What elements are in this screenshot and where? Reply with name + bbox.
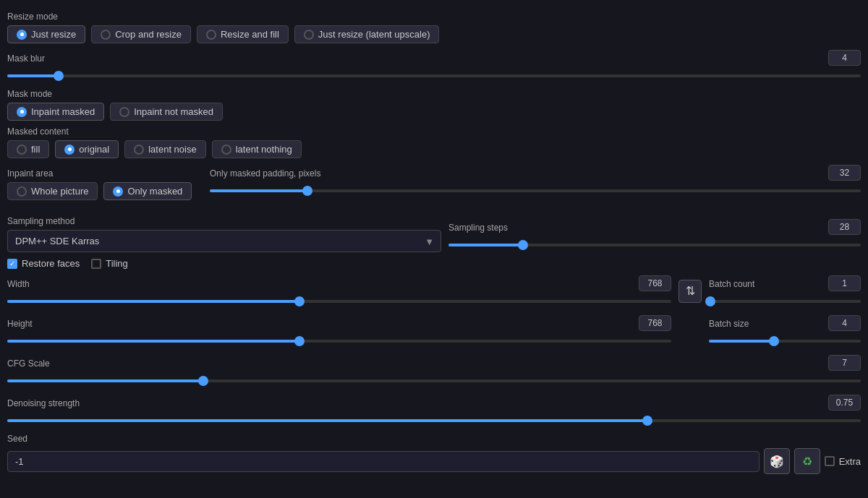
- inpaint-area-section: Inpaint area Whole picture Only masked: [7, 163, 203, 205]
- mask-mode-group: Inpaint masked Inpaint not masked: [7, 103, 861, 121]
- resize-mode-just-resize[interactable]: Just resize: [7, 25, 85, 43]
- seed-input[interactable]: [7, 451, 760, 472]
- only-masked-padding-label: Only masked padding, pixels: [210, 168, 320, 179]
- resize-mode-option-3: Just resize (latent upscale): [318, 29, 430, 40]
- radio-latent-nothing-icon: [221, 145, 231, 155]
- batch-size-label: Batch size: [709, 319, 749, 329]
- width-slider[interactable]: [7, 294, 671, 309]
- masked-content-original[interactable]: original: [55, 140, 119, 158]
- resize-mode-resize-fill[interactable]: Resize and fill: [197, 25, 289, 43]
- masked-content-fill[interactable]: fill: [7, 140, 49, 158]
- resize-mode-crop-resize[interactable]: Crop and resize: [91, 25, 191, 43]
- mask-blur-label: Mask blur: [7, 53, 45, 64]
- inpaint-area-only-masked[interactable]: Only masked: [103, 182, 192, 200]
- batch-count-value[interactable]: 1: [828, 275, 861, 291]
- radio-whole-picture-icon: [17, 186, 27, 197]
- sampling-method-wrapper: DPM++ SDE Karras Euler a Euler ▼: [7, 230, 441, 252]
- masked-content-latent-noise[interactable]: latent noise: [124, 140, 206, 158]
- denoising-strength-value[interactable]: 0.75: [828, 395, 861, 411]
- sampling-method-section: Sampling method DPM++ SDE Karras Euler a…: [7, 210, 441, 252]
- radio-fill-icon: [17, 145, 27, 155]
- inpaint-area-label: Inpaint area: [7, 168, 203, 179]
- sampling-steps-slider[interactable]: [448, 238, 861, 252]
- recycle-button[interactable]: ♻: [794, 448, 820, 474]
- radio-just-resize-icon: [17, 30, 27, 40]
- width-value[interactable]: 768: [639, 275, 671, 291]
- restore-faces-checkbox[interactable]: [7, 259, 17, 269]
- inpaint-area-group: Whole picture Only masked: [7, 182, 203, 200]
- only-masked-padding-value[interactable]: 32: [828, 165, 861, 181]
- resize-mode-option-0: Just resize: [31, 29, 76, 40]
- radio-original-icon: [64, 145, 75, 155]
- width-section: Width 768: [7, 273, 671, 309]
- mask-blur-slider[interactable]: [7, 69, 861, 83]
- cfg-scale-slider[interactable]: [7, 374, 861, 388]
- only-masked-padding-slider[interactable]: [210, 184, 861, 198]
- mask-mode-inpaint-masked[interactable]: Inpaint masked: [7, 103, 104, 121]
- denoising-strength-slider[interactable]: [7, 413, 861, 428]
- height-slider[interactable]: [7, 334, 671, 348]
- height-section: Height 768: [7, 313, 671, 348]
- tiling-item[interactable]: Tiling: [91, 258, 128, 269]
- swap-dimensions-button[interactable]: ⇅: [678, 280, 702, 303]
- only-masked-padding-section: Only masked padding, pixels 32: [210, 163, 861, 198]
- seed-label: Seed: [7, 434, 861, 444]
- radio-latent-noise-icon: [134, 145, 144, 155]
- height-label-val: Height 768: [7, 313, 671, 332]
- inpaint-area-whole-picture[interactable]: Whole picture: [7, 182, 98, 200]
- checkboxes-section: Restore faces Tiling: [7, 258, 861, 269]
- sampling-method-label: Sampling method: [7, 216, 441, 226]
- resize-mode-latent-upscale[interactable]: Just resize (latent upscale): [294, 25, 440, 43]
- width-label-val: Width 768: [7, 273, 671, 293]
- sampling-method-select[interactable]: DPM++ SDE Karras Euler a Euler: [7, 230, 441, 252]
- mask-mode-inpaint-not-masked[interactable]: Inpaint not masked: [110, 103, 223, 121]
- recycle-icon: ♻: [802, 455, 812, 468]
- inpaint-area-option-1: Only masked: [127, 186, 182, 197]
- mask-mode-option-1: Inpaint not masked: [134, 106, 213, 117]
- mask-blur-value[interactable]: 4: [828, 50, 861, 66]
- sampling-steps-section: Sampling steps 28: [448, 217, 861, 252]
- height-value[interactable]: 768: [639, 315, 671, 331]
- masked-content-option-1: original: [79, 144, 109, 155]
- extra-checkbox[interactable]: [825, 456, 835, 466]
- tiling-checkbox[interactable]: [91, 259, 101, 269]
- dice-button[interactable]: 🎲: [764, 448, 790, 474]
- restore-faces-label: Restore faces: [22, 258, 80, 269]
- seed-row: 🎲 ♻ Extra: [7, 448, 861, 474]
- extra-checkbox-item[interactable]: Extra: [825, 456, 861, 467]
- masked-content-option-0: fill: [31, 144, 40, 155]
- swap-icon: ⇅: [686, 284, 695, 298]
- radio-inpaint-not-masked-icon: [119, 107, 129, 117]
- batch-size-slider[interactable]: [709, 334, 861, 348]
- sampling-steps-label: Sampling steps: [448, 223, 508, 233]
- resize-mode-section: Resize mode Just resize Crop and resize …: [7, 12, 861, 43]
- radio-inpaint-masked-icon: [17, 107, 27, 117]
- cfg-scale-section: CFG Scale 7: [7, 353, 861, 388]
- resize-mode-label: Resize mode: [7, 12, 861, 22]
- restore-faces-item[interactable]: Restore faces: [7, 258, 80, 269]
- dice-icon: 🎲: [770, 455, 784, 468]
- padding-label-val: Only masked padding, pixels 32: [210, 163, 861, 182]
- mask-mode-option-0: Inpaint masked: [31, 106, 95, 117]
- masked-content-group: fill original latent noise latent nothin…: [7, 140, 861, 158]
- cfg-scale-value[interactable]: 7: [828, 355, 861, 371]
- mask-blur-row: Mask blur 4: [7, 48, 861, 67]
- batch-size-value[interactable]: 4: [828, 315, 861, 331]
- resize-mode-option-1: Crop and resize: [115, 29, 182, 40]
- denoising-label-val: Denoising strength 0.75: [7, 392, 861, 412]
- height-label: Height: [7, 319, 33, 329]
- batch-count-label: Batch count: [709, 279, 754, 289]
- denoising-strength-section: Denoising strength 0.75: [7, 392, 861, 428]
- masked-content-option-2: latent noise: [148, 144, 197, 155]
- sampling-steps-label-val: Sampling steps 28: [448, 217, 861, 236]
- sampling-section: Sampling method DPM++ SDE Karras Euler a…: [7, 210, 861, 252]
- sampling-steps-value[interactable]: 28: [828, 219, 861, 235]
- radio-only-masked-icon: [113, 186, 123, 197]
- batch-count-slider[interactable]: [709, 294, 861, 309]
- batch-count-label-val: Batch count 1: [709, 273, 861, 293]
- height-batchsize-row: Height 768 Batch size 4: [7, 313, 861, 348]
- extra-label: Extra: [839, 456, 861, 467]
- batch-count-section: Batch count 1: [709, 273, 861, 309]
- radio-latent-icon: [304, 30, 314, 40]
- masked-content-latent-nothing[interactable]: latent nothing: [212, 140, 302, 158]
